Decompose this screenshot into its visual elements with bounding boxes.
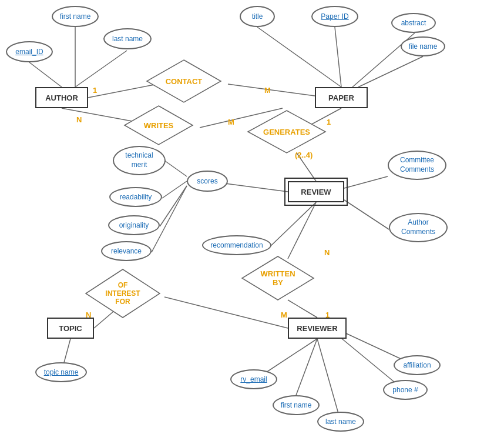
recommendation-attr: recommendation <box>202 235 271 255</box>
svg-line-25 <box>317 339 341 422</box>
abstract-attr: abstract <box>391 13 436 33</box>
svg-line-14 <box>164 161 187 176</box>
svg-line-18 <box>344 176 388 188</box>
svg-line-21 <box>288 202 316 259</box>
cardinality-writtenby-reviewer-1: 1 <box>325 311 330 319</box>
cardinality-writtenby-reviewer-m: M <box>281 311 287 319</box>
first-name-author-attr: first name <box>52 6 99 27</box>
of-interest-for-relationship: OF INTEREST FOR <box>85 268 161 319</box>
committee-comments-attr: Committee Comments <box>388 151 446 180</box>
first-name-reviewer-attr: first name <box>273 395 320 415</box>
cardinality-topic-ofinterest: N <box>86 311 91 319</box>
relevance-attr: relevance <box>101 241 152 261</box>
svg-line-3 <box>335 27 341 87</box>
cardinality-author-contact: 1 <box>93 86 97 95</box>
contact-relationship: CONTACT <box>146 59 222 104</box>
topic-entity: TOPIC <box>47 318 94 339</box>
cardinality-writes-paper: M <box>228 118 234 126</box>
svg-line-15 <box>162 181 187 198</box>
written-by-relationship: WRITTEN BY <box>241 255 315 301</box>
last-name-author-attr: last name <box>103 28 152 49</box>
phone-attr: phone # <box>383 380 428 400</box>
readability-attr: readability <box>109 187 162 207</box>
cardinality-author-writes: N <box>76 115 82 124</box>
cardinality-review-writtenby: N <box>324 248 330 257</box>
svg-line-5 <box>257 27 341 87</box>
title-attr: title <box>240 6 275 27</box>
er-diagram: AUTHOR PAPER REVIEW REVIEWER TOPIC first… <box>0 0 504 434</box>
scores-attr: scores <box>187 171 228 192</box>
cardinality-contact-paper: M <box>264 86 271 95</box>
cardinality-generates-review: (2..4) <box>295 151 313 159</box>
affiliation-attr: affiliation <box>394 355 441 375</box>
svg-line-6 <box>358 56 423 87</box>
svg-line-1 <box>75 51 127 87</box>
svg-line-24 <box>296 339 317 395</box>
svg-line-20 <box>270 202 316 246</box>
reviewer-entity: REVIEWER <box>288 318 347 339</box>
svg-line-2 <box>29 62 62 87</box>
writes-relationship: WRITES <box>123 105 194 146</box>
paper-id-attr: Paper ID <box>311 6 358 27</box>
author-entity: AUTHOR <box>35 87 88 108</box>
topic-name-attr: topic name <box>35 362 87 382</box>
generates-relationship: GENERATES <box>247 109 327 154</box>
author-comments-attr: Author Comments <box>389 213 448 242</box>
last-name-reviewer-attr: last name <box>317 412 364 432</box>
technical-merit-attr: technical merit <box>113 146 166 175</box>
svg-line-22 <box>288 300 317 318</box>
file-name-attr: file name <box>401 36 445 56</box>
paper-entity: PAPER <box>315 87 368 108</box>
email-id-attr: email_ID <box>6 41 53 62</box>
svg-line-19 <box>344 200 389 229</box>
svg-line-8 <box>228 84 315 96</box>
rv-email-attr: rv_email <box>230 369 277 389</box>
svg-line-29 <box>164 297 288 328</box>
cardinality-paper-generates: 1 <box>327 118 331 126</box>
originality-attr: originality <box>108 215 160 235</box>
review-entity: REVIEW <box>288 181 344 202</box>
svg-line-16 <box>160 186 187 226</box>
